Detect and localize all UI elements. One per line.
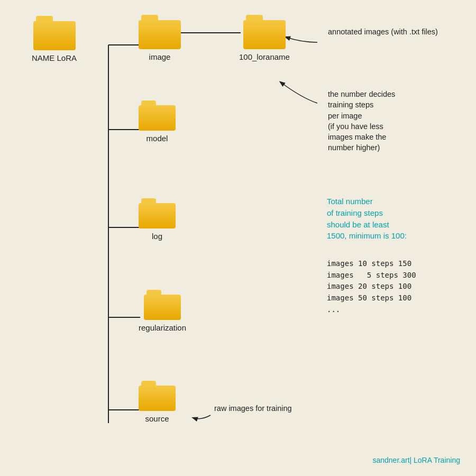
annotated-images-annotation: annotated images (with .txt files): [328, 26, 438, 37]
steps-table-annotation: images 10 steps 150images 5 steps 300ima…: [327, 258, 416, 315]
raw-images-annotation: raw images for training: [214, 403, 292, 414]
model-folder: model: [139, 100, 176, 143]
model-folder-icon: [139, 100, 176, 131]
regularization-folder-icon: [144, 290, 181, 320]
source-folder-label: source: [145, 414, 169, 423]
root-folder: NAME LoRA: [32, 16, 77, 62]
log-folder: log: [139, 198, 176, 241]
root-folder-label: NAME LoRA: [32, 53, 77, 62]
loraname-folder-label: 100_loraname: [239, 52, 290, 61]
loraname-folder: 100_loraname: [239, 15, 290, 61]
number-decides-annotation: the number decidestraining stepsper imag…: [328, 89, 395, 153]
regularization-folder-label: regularization: [139, 323, 186, 332]
footer: sandner.art| LoRA Training: [372, 456, 460, 464]
source-folder-icon: [139, 381, 176, 411]
loraname-folder-icon: [243, 15, 286, 49]
log-folder-icon: [139, 198, 176, 228]
image-folder-icon: [139, 15, 181, 49]
image-folder: image: [139, 15, 181, 61]
log-folder-label: log: [152, 232, 162, 241]
root-folder-icon: [33, 16, 76, 50]
regularization-folder: regularization: [139, 290, 186, 332]
image-folder-label: image: [149, 52, 171, 61]
total-steps-annotation: Total numberof training stepsshould be a…: [327, 196, 407, 242]
model-folder-label: model: [147, 134, 168, 143]
source-folder: source: [139, 381, 176, 423]
